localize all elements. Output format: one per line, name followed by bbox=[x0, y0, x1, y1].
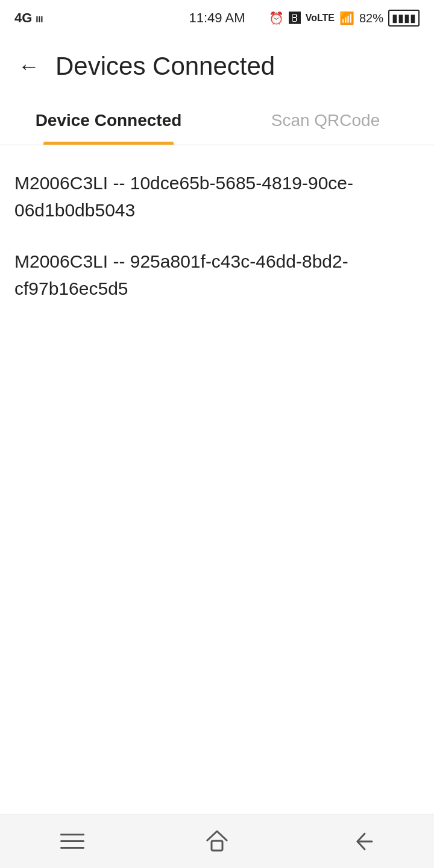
back-nav-icon bbox=[349, 829, 374, 854]
tab-device-connected[interactable]: Device Connected bbox=[0, 96, 217, 145]
back-arrow-icon: ← bbox=[18, 55, 40, 77]
status-right-icons: ⏰ 🅱 VoLTE 📶 82% ▮▮▮▮ bbox=[269, 10, 420, 27]
bottom-nav bbox=[0, 814, 434, 868]
wifi-icon: 📶 bbox=[339, 11, 354, 25]
battery-icon: ▮▮▮▮ bbox=[388, 10, 420, 27]
status-time: 11:49 AM bbox=[189, 10, 245, 26]
page-title: Devices Connected bbox=[55, 52, 275, 81]
device-item-2[interactable]: M2006C3LI -- 925a801f-c43c-46dd-8bd2-cf9… bbox=[14, 236, 420, 314]
tabs-container: Device Connected Scan QRCode bbox=[0, 96, 434, 145]
back-nav-button[interactable] bbox=[338, 823, 386, 860]
home-icon bbox=[204, 829, 230, 854]
alarm-icon: ⏰ bbox=[269, 11, 284, 25]
signal-indicator: 4G ᵢᵢᵢ bbox=[14, 10, 43, 26]
back-button[interactable]: ← bbox=[14, 52, 43, 81]
menu-nav-button[interactable] bbox=[48, 823, 96, 860]
svg-rect-0 bbox=[212, 841, 222, 851]
menu-icon bbox=[60, 834, 84, 849]
battery-percent: 82% bbox=[359, 11, 383, 25]
status-bar: 4G ᵢᵢᵢ 11:49 AM ⏰ 🅱 VoLTE 📶 82% ▮▮▮▮ bbox=[0, 0, 434, 36]
tab-device-connected-label: Device Connected bbox=[36, 111, 182, 130]
tab-active-indicator bbox=[43, 142, 174, 145]
device-item-1[interactable]: M2006C3LI -- 10dce65b-5685-4819-90ce-06d… bbox=[14, 157, 420, 236]
app-bar: ← Devices Connected bbox=[0, 36, 434, 96]
bluetooth-icon: 🅱 bbox=[289, 11, 301, 25]
tab-scan-qrcode-label: Scan QRCode bbox=[271, 111, 380, 130]
content-area: M2006C3LI -- 10dce65b-5685-4819-90ce-06d… bbox=[0, 145, 434, 814]
tab-scan-qrcode[interactable]: Scan QRCode bbox=[217, 96, 434, 145]
home-nav-button[interactable] bbox=[193, 823, 241, 860]
lte-icon: VoLTE bbox=[306, 13, 335, 24]
